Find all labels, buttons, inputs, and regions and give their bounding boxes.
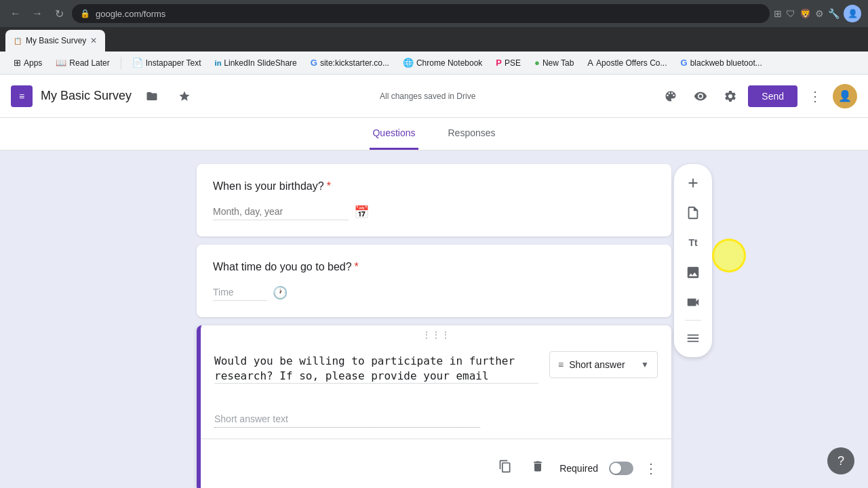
extensions2-icon[interactable]: ⚙ xyxy=(815,8,824,19)
browser-toolbar: ⊞ 🛡 🦁 ⚙ 🔧 👤 xyxy=(774,5,861,22)
bookmark-chrome-notebook[interactable]: 🌐 Chrome Notebook xyxy=(397,55,488,70)
drag-handle[interactable]: ⋮⋮⋮ xyxy=(201,325,671,340)
refresh-button[interactable]: ↻ xyxy=(50,5,68,22)
calendar-icon: 📅 xyxy=(354,205,369,220)
instapaper-icon: 📄 xyxy=(132,58,143,68)
tab-questions[interactable]: Questions xyxy=(370,118,418,150)
bookmark-apps[interactable]: ⊞ Apps xyxy=(8,55,47,70)
apps-icon: ⊞ xyxy=(14,58,21,68)
add-image-button[interactable] xyxy=(679,259,707,286)
question-card-email: ⋮⋮⋮ Would you be willing to participate … xyxy=(197,325,671,488)
dropdown-arrow-icon: ▼ xyxy=(641,360,649,369)
nav-tabs: Questions Responses xyxy=(0,118,868,150)
help-button[interactable]: ? xyxy=(827,447,854,474)
slideshare-icon: in xyxy=(215,59,222,67)
bookmark-blackweb[interactable]: G blackweb bluetoot... xyxy=(675,55,768,70)
main-content: When is your birthday?* 📅 What time do y… xyxy=(0,150,868,488)
settings-button[interactable] xyxy=(718,84,743,108)
folder-button[interactable] xyxy=(140,84,164,108)
title-icon: Tt xyxy=(688,237,697,248)
import-questions-button[interactable] xyxy=(679,199,707,226)
required-label: Required xyxy=(559,463,598,474)
active-tab[interactable]: 📋 My Basic Survey ✕ xyxy=(5,30,105,52)
answer-type-dropdown[interactable]: ≡ Short answer ▼ xyxy=(549,351,658,378)
bookmark-kickstarter[interactable]: G site:kickstarter.co... xyxy=(305,55,395,70)
browser-chrome: ← → ↻ 🔒 google.com/forms ⊞ 🛡 🦁 ⚙ 🔧 👤 xyxy=(0,0,868,27)
readlater-label: Read Later xyxy=(69,58,109,68)
tab-title: My Basic Survey xyxy=(26,36,86,45)
browser-avatar[interactable]: 👤 xyxy=(844,5,861,22)
delete-button[interactable] xyxy=(527,455,549,481)
app-header: ≡ My Basic Survey All changes saved in D… xyxy=(0,75,868,118)
question-text-area: Would you be willing to participate in f… xyxy=(214,351,538,386)
user-avatar[interactable]: 👤 xyxy=(833,84,857,108)
duplicate-button[interactable] xyxy=(494,455,516,481)
bookmark-instapaper[interactable]: 📄 Instapaper Text xyxy=(127,55,207,70)
cursor-indicator xyxy=(712,239,746,272)
header-right-actions: Send ⋮ 👤 xyxy=(658,84,857,108)
bedtime-question-label: What time do you go to bed?* xyxy=(213,261,655,273)
bookmark-pse[interactable]: P PSE xyxy=(490,55,526,70)
card-divider xyxy=(201,439,671,439)
bookmark-read-later[interactable]: 📖 Read Later xyxy=(50,55,115,70)
pse-icon: P xyxy=(496,58,502,68)
bookmark-divider xyxy=(121,57,121,69)
form-container: When is your birthday?* 📅 What time do y… xyxy=(197,164,671,474)
tab-favicon: 📋 xyxy=(14,37,22,45)
time-placeholder[interactable]: Time xyxy=(213,284,267,301)
date-input[interactable] xyxy=(213,203,349,220)
back-button[interactable]: ← xyxy=(7,5,24,22)
blackweb-icon: G xyxy=(681,58,688,68)
add-question-button[interactable] xyxy=(679,169,707,197)
bookmark-apostle[interactable]: A Apostle Offers Co... xyxy=(582,55,672,70)
more-options-button[interactable]: ⋮ xyxy=(644,460,658,476)
newtab-icon: ● xyxy=(534,58,540,68)
star-button[interactable] xyxy=(172,84,197,108)
menu-icon[interactable]: 🔧 xyxy=(828,8,840,19)
pse-label: PSE xyxy=(505,58,521,68)
address-bar[interactable]: 🔒 google.com/forms xyxy=(72,4,770,23)
question-card-birthday: When is your birthday?* 📅 xyxy=(197,164,671,237)
profile-icon[interactable]: 🛡 xyxy=(786,8,795,19)
send-button[interactable]: Send xyxy=(748,85,797,107)
birthday-input-row: 📅 xyxy=(213,203,655,220)
question-text-input[interactable]: Would you be willing to participate in f… xyxy=(214,351,538,384)
answer-type-icon: ≡ xyxy=(558,359,564,370)
bookmarks-bar: ⊞ Apps 📖 Read Later 📄 Instapaper Text in… xyxy=(0,52,868,75)
extensions-icon[interactable]: ⊞ xyxy=(774,8,782,19)
bookmark-newtab[interactable]: ● New Tab xyxy=(529,55,579,70)
time-icon: 🕐 xyxy=(273,285,288,300)
apostle-icon: A xyxy=(587,58,593,68)
preview-button[interactable] xyxy=(688,84,713,108)
toggle-knob xyxy=(610,463,621,474)
bookmark-slideshare[interactable]: in LinkedIn SlideShare xyxy=(210,56,302,70)
brave-icon[interactable]: 🦁 xyxy=(800,8,811,19)
forms-logo: ≡ xyxy=(11,85,33,107)
chrome-notebook-label: Chrome Notebook xyxy=(416,58,482,68)
tabs-bar: 📋 My Basic Survey ✕ xyxy=(0,27,868,52)
page-title: My Basic Survey xyxy=(41,89,132,103)
answer-type-label: Short answer xyxy=(569,359,625,370)
instapaper-label: Instapaper Text xyxy=(146,58,201,68)
url-text: google.com/forms xyxy=(96,9,165,19)
card-footer: Required ⋮ xyxy=(201,450,671,488)
kickstarter-label: site:kickstarter.co... xyxy=(320,58,389,68)
add-title-button[interactable]: Tt xyxy=(679,229,707,256)
tab-responses[interactable]: Responses xyxy=(446,118,498,150)
add-section-button[interactable] xyxy=(679,325,707,352)
add-video-button[interactable] xyxy=(679,289,707,316)
more-button[interactable]: ⋮ xyxy=(803,84,827,108)
help-icon: ? xyxy=(837,454,844,468)
short-answer-placeholder: Short answer text xyxy=(214,411,480,428)
forward-button[interactable]: → xyxy=(28,5,46,22)
required-star-birthday: * xyxy=(327,180,331,192)
readlater-icon: 📖 xyxy=(56,58,66,68)
birthday-question-label: When is your birthday?* xyxy=(213,180,655,192)
tab-close-button[interactable]: ✕ xyxy=(90,36,97,45)
kickstarter-icon: G xyxy=(311,58,317,68)
newtab-label: New Tab xyxy=(542,58,574,68)
palette-button[interactable] xyxy=(658,84,683,108)
required-toggle[interactable] xyxy=(609,462,633,475)
required-star-bedtime: * xyxy=(355,261,359,272)
forms-logo-icon: ≡ xyxy=(19,91,24,102)
